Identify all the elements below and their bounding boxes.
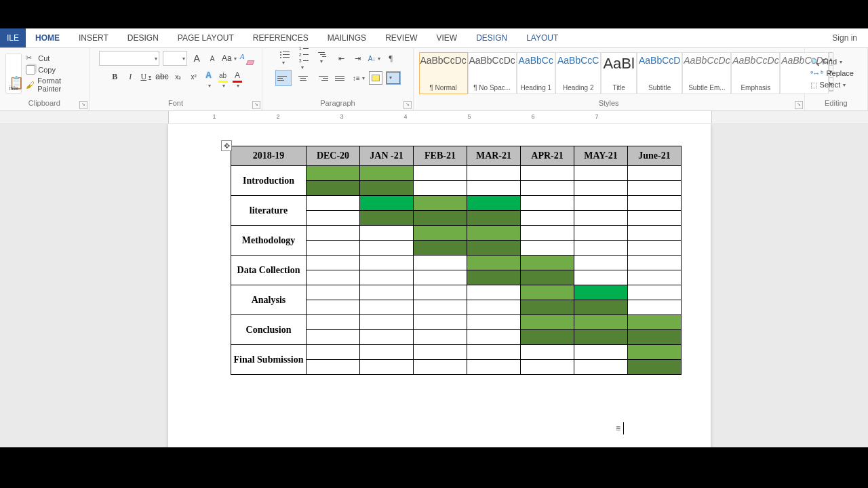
gantt-cell[interactable] [307, 300, 360, 315]
gantt-cell[interactable] [628, 270, 682, 285]
align-left-button[interactable] [275, 70, 292, 86]
clipboard-dialog-launcher[interactable]: ↘ [79, 101, 87, 109]
paste-button[interactable]: 📋 iste [5, 54, 22, 94]
gantt-cell[interactable] [521, 345, 574, 360]
bullets-button[interactable] [279, 51, 294, 66]
gantt-cell[interactable] [307, 270, 360, 285]
highlight-button[interactable]: ab [218, 70, 229, 83]
justify-button[interactable] [334, 70, 349, 85]
tab-file[interactable]: ILE [0, 28, 26, 47]
style-heading-1[interactable]: AaBbCcHeading 1 [517, 52, 555, 94]
gantt-cell[interactable] [574, 166, 628, 181]
gantt-cell[interactable] [414, 181, 467, 196]
style-heading-2[interactable]: AaBbCcCHeading 2 [555, 52, 601, 94]
style-subtle-em-[interactable]: AaBbCcDcSubtle Em... [682, 52, 731, 94]
gantt-cell[interactable] [628, 181, 682, 196]
gantt-cell[interactable] [307, 345, 360, 360]
gantt-cell[interactable] [574, 241, 628, 256]
tab-insert[interactable]: INSERT [69, 28, 118, 47]
gantt-cell[interactable] [467, 300, 521, 315]
column-header[interactable]: FEB-21 [414, 146, 467, 166]
shading-button[interactable] [369, 71, 382, 85]
gantt-cell[interactable] [307, 226, 360, 241]
gantt-cell[interactable] [414, 211, 467, 226]
strikethrough-button[interactable]: abc [155, 70, 168, 83]
gantt-cell[interactable] [414, 256, 467, 270]
gantt-cell[interactable] [467, 345, 521, 360]
style-subtitle[interactable]: AaBbCcDSubtitle [637, 52, 682, 94]
gantt-cell[interactable] [628, 226, 682, 241]
column-header[interactable]: DEC-20 [307, 146, 360, 166]
gantt-cell[interactable] [521, 270, 574, 285]
gantt-cell[interactable] [574, 256, 628, 270]
grow-font-button[interactable]: A [191, 52, 203, 65]
gantt-cell[interactable] [467, 315, 521, 330]
italic-button[interactable]: I [124, 70, 136, 83]
numbering-button[interactable]: 1 2 3 [298, 51, 313, 66]
gantt-cell[interactable] [414, 166, 467, 181]
gantt-cell[interactable] [467, 360, 521, 375]
tab-home[interactable]: HOME [26, 28, 69, 47]
style-emphasis[interactable]: AaBbCcDcEmphasis [731, 52, 780, 94]
copy-button[interactable]: Copy [26, 65, 83, 75]
gantt-cell[interactable] [414, 315, 467, 330]
gantt-cell[interactable] [521, 166, 574, 181]
line-spacing-button[interactable]: ↕≡ [353, 71, 365, 85]
gantt-cell[interactable] [360, 166, 414, 181]
gantt-cell[interactable] [628, 360, 682, 375]
gantt-cell[interactable] [414, 360, 467, 375]
gantt-cell[interactable] [307, 241, 360, 256]
gantt-cell[interactable] [574, 285, 628, 300]
font-color-button[interactable]: A [232, 70, 243, 83]
task-label[interactable]: Analysis [231, 285, 307, 315]
column-header[interactable]: 2018-19 [231, 146, 307, 166]
gantt-cell[interactable] [574, 211, 628, 226]
gantt-cell[interactable] [574, 270, 628, 285]
gantt-cell[interactable] [467, 330, 521, 345]
gantt-cell[interactable] [467, 256, 521, 270]
gantt-cell[interactable] [467, 270, 521, 285]
borders-button[interactable] [387, 72, 400, 84]
task-label[interactable]: Final Submission [231, 345, 307, 375]
tab-page-layout[interactable]: PAGE LAYOUT [168, 28, 243, 47]
paragraph-dialog-launcher[interactable]: ↘ [403, 101, 412, 109]
gantt-cell[interactable] [521, 256, 574, 270]
font-size-combo[interactable] [163, 51, 187, 66]
format-painter-button[interactable]: 🖌 Format Painter [26, 77, 83, 93]
bold-button[interactable]: B [108, 70, 121, 83]
gantt-cell[interactable] [360, 270, 414, 285]
align-center-button[interactable] [296, 70, 311, 85]
sort-button[interactable]: A↓ [368, 52, 381, 65]
gantt-cell[interactable] [628, 345, 682, 360]
subscript-button[interactable]: x₂ [172, 70, 184, 83]
cut-button[interactable]: ✂ Cut [26, 54, 83, 63]
gantt-cell[interactable] [467, 211, 521, 226]
gantt-cell[interactable] [628, 300, 682, 315]
gantt-cell[interactable] [360, 360, 414, 375]
gantt-cell[interactable] [307, 285, 360, 300]
signin-link[interactable]: Sign in [832, 33, 868, 43]
table-move-handle[interactable]: ✥ [221, 140, 232, 151]
change-case-button[interactable]: Aa [222, 52, 237, 65]
gantt-cell[interactable] [467, 181, 521, 196]
gantt-table[interactable]: 2018-19DEC-20JAN -21FEB-21MAR-21APR-21MA… [231, 146, 682, 375]
gantt-cell[interactable] [307, 315, 360, 330]
show-hide-button[interactable]: ¶ [384, 52, 397, 65]
style-title[interactable]: AaBlTitle [601, 52, 636, 94]
gantt-cell[interactable] [360, 330, 414, 345]
text-effects-button[interactable]: A [203, 70, 214, 83]
gantt-cell[interactable] [574, 300, 628, 315]
shrink-font-button[interactable]: A [206, 52, 218, 65]
column-header[interactable]: JAN -21 [360, 146, 414, 166]
gantt-cell[interactable] [628, 211, 682, 226]
gantt-cell[interactable] [628, 285, 682, 300]
gantt-cell[interactable] [467, 226, 521, 241]
styles-dialog-launcher[interactable]: ↘ [795, 101, 803, 109]
gantt-cell[interactable] [360, 285, 414, 300]
gantt-cell[interactable] [414, 241, 467, 256]
gantt-cell[interactable] [414, 196, 467, 211]
gantt-cell[interactable] [628, 330, 682, 345]
gantt-cell[interactable] [574, 345, 628, 360]
task-label[interactable]: Methodology [231, 226, 307, 256]
tab-mailings[interactable]: MAILINGS [318, 28, 376, 47]
